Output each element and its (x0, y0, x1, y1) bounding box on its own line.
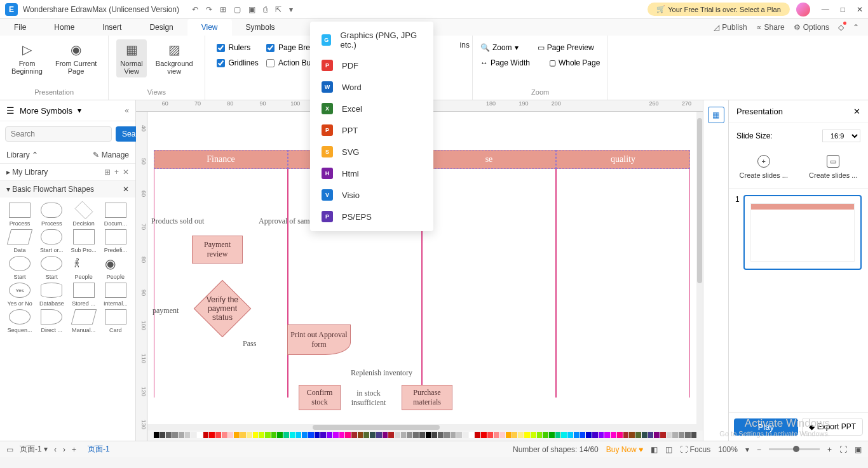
tab-design[interactable]: Design (135, 19, 187, 36)
avatar[interactable] (796, 3, 810, 17)
presentation-nav-icon[interactable]: ▦ (708, 107, 724, 123)
shape-stored[interactable]: Stored ... (69, 283, 98, 307)
library-label[interactable]: Library ⌃ (6, 150, 38, 159)
tab-view[interactable]: View (187, 19, 232, 36)
color-swatch[interactable] (160, 432, 166, 438)
manage-button[interactable]: ✎ Manage (93, 150, 129, 159)
add-page-icon[interactable]: + (72, 445, 76, 454)
outline-icon[interactable]: ▭ (6, 445, 13, 454)
normal-view-button[interactable]: ▦Normal View (116, 39, 146, 77)
shape-people[interactable]: 𐀪People (69, 256, 98, 280)
color-swatch[interactable] (518, 432, 524, 438)
color-swatch[interactable] (567, 432, 573, 438)
export-word[interactable]: WWord (310, 76, 433, 98)
color-swatch[interactable] (431, 432, 437, 438)
shape-database[interactable]: Database (37, 283, 66, 307)
color-swatch[interactable] (599, 432, 604, 438)
shape-start2[interactable]: Start (37, 256, 66, 280)
shape-subprocess[interactable]: Sub Pro... (69, 229, 98, 253)
gridlines-checkbox[interactable]: Gridlines (217, 58, 259, 67)
next-page-icon[interactable]: › (63, 445, 65, 454)
color-swatch[interactable] (494, 432, 499, 438)
color-swatch[interactable] (283, 432, 289, 438)
tab-file[interactable]: File (0, 19, 40, 36)
color-swatch[interactable] (222, 432, 227, 438)
zoom-value[interactable]: 100% (718, 445, 738, 454)
color-swatch[interactable] (179, 432, 184, 438)
page-tab[interactable]: 页面-1 (83, 444, 115, 455)
color-swatch[interactable] (691, 432, 697, 438)
color-swatch[interactable] (395, 432, 400, 438)
color-swatch[interactable] (247, 432, 252, 438)
shape-manual[interactable]: Manual... (69, 309, 98, 333)
rulers-checkbox[interactable]: Rulers (217, 43, 259, 52)
lane-quality[interactable]: quality (556, 150, 690, 169)
color-swatch[interactable] (234, 432, 240, 438)
color-swatch[interactable] (561, 432, 567, 438)
color-swatch[interactable] (549, 432, 555, 438)
export-svg[interactable]: SSVG (310, 141, 433, 163)
export-ppt-button[interactable]: ◆ Export PPT (802, 418, 863, 436)
page-dropdown[interactable]: 页面-1 ▾ (20, 444, 48, 455)
color-swatch[interactable] (642, 432, 648, 438)
node-purchase-materials[interactable]: Purchase materials (402, 385, 452, 410)
color-swatch[interactable] (333, 432, 339, 438)
color-swatch[interactable] (543, 432, 548, 438)
share-button[interactable]: ∝ Share (756, 23, 785, 32)
color-swatch[interactable] (259, 432, 264, 438)
collapse-left-icon[interactable]: « (125, 106, 129, 115)
zoom-slider[interactable] (769, 448, 820, 450)
shape-process2[interactable]: Process (37, 203, 66, 227)
color-swatch[interactable] (363, 432, 369, 438)
color-swatch[interactable] (253, 432, 259, 438)
color-swatch[interactable] (580, 432, 586, 438)
color-swatch[interactable] (308, 432, 314, 438)
export-excel[interactable]: XExcel (310, 98, 433, 119)
color-swatch[interactable] (451, 432, 456, 438)
color-swatch[interactable] (524, 432, 530, 438)
notification-icon[interactable]: ◇ (838, 23, 844, 32)
shape-process[interactable]: Process (5, 203, 34, 227)
color-swatch[interactable] (166, 432, 172, 438)
trial-banner[interactable]: 🛒 Your Free Trial is over. Select a Plan (648, 3, 790, 16)
color-swatch[interactable] (327, 432, 332, 438)
tab-home[interactable]: Home (40, 19, 88, 36)
color-swatch[interactable] (654, 432, 660, 438)
color-swatch[interactable] (320, 432, 326, 438)
lib-add-icon[interactable]: ⊞ (104, 168, 111, 177)
shape-yesno[interactable]: YesYes or No (5, 283, 34, 307)
my-library-label[interactable]: ▸ My Library (6, 168, 48, 177)
color-swatch[interactable] (302, 432, 308, 438)
color-swatch[interactable] (154, 432, 159, 438)
node-confirm-stock[interactable]: Confirm stock (299, 385, 341, 410)
color-swatch[interactable] (506, 432, 512, 438)
color-swatch[interactable] (265, 432, 271, 438)
section-title[interactable]: ▾ Basic Flowchart Shapes (6, 185, 94, 194)
redo-icon[interactable]: ↷ (206, 5, 212, 14)
focus-button[interactable]: ⛶ Focus (680, 445, 710, 454)
color-swatch[interactable] (271, 432, 277, 438)
color-swatch[interactable] (407, 432, 412, 438)
color-swatch[interactable] (197, 432, 203, 438)
buy-now-link[interactable]: Buy Now ♥ (606, 445, 644, 454)
slide-size-select[interactable]: 16:9 (822, 130, 860, 142)
color-swatch[interactable] (290, 432, 295, 438)
prev-page-icon[interactable]: ‹ (54, 445, 57, 454)
tab-symbols[interactable]: Symbols (232, 19, 289, 36)
color-swatch[interactable] (351, 432, 357, 438)
shape-card[interactable]: Card (101, 309, 130, 333)
qat-more-icon[interactable]: ▾ (289, 5, 293, 14)
export-visio[interactable]: VVisio (310, 184, 433, 206)
create-slides-2[interactable]: ▭Create slides ... (809, 155, 857, 179)
shape-start[interactable]: Start (5, 256, 34, 280)
print-icon[interactable]: ⎙ (263, 5, 268, 14)
shape-internal[interactable]: Internal... (101, 283, 130, 307)
color-swatch[interactable] (191, 432, 196, 438)
color-swatch[interactable] (185, 432, 191, 438)
fit-icon[interactable]: ⛶ (839, 445, 847, 454)
export-html[interactable]: HHtml (310, 163, 433, 184)
shape-data[interactable]: Data (5, 229, 34, 253)
status-icon1[interactable]: ◧ (651, 445, 658, 454)
export-pdf[interactable]: PPDF (310, 55, 433, 76)
lane-se[interactable]: se (422, 150, 556, 169)
